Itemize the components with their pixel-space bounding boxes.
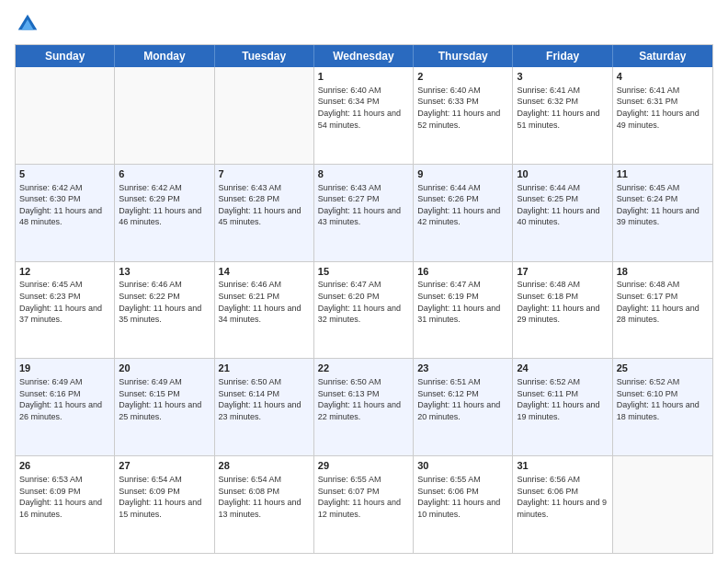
day-number: 1 <box>318 70 409 84</box>
calendar-day-31: 31Sunrise: 6:56 AM Sunset: 6:06 PM Dayli… <box>513 456 612 553</box>
cell-info: Sunrise: 6:50 AM Sunset: 6:13 PM Dayligh… <box>318 376 409 422</box>
calendar-day-21: 21Sunrise: 6:50 AM Sunset: 6:14 PM Dayli… <box>215 359 314 455</box>
calendar-day-8: 8Sunrise: 6:43 AM Sunset: 6:27 PM Daylig… <box>314 165 414 261</box>
cell-info: Sunrise: 6:51 AM Sunset: 6:12 PM Dayligh… <box>417 376 508 422</box>
header-cell-saturday: Saturday <box>613 45 712 67</box>
cell-info: Sunrise: 6:52 AM Sunset: 6:10 PM Dayligh… <box>617 376 709 422</box>
day-number: 11 <box>617 167 709 181</box>
cell-info: Sunrise: 6:48 AM Sunset: 6:17 PM Dayligh… <box>617 279 709 325</box>
day-number: 7 <box>219 167 310 181</box>
calendar-day-15: 15Sunrise: 6:47 AM Sunset: 6:20 PM Dayli… <box>314 262 414 359</box>
calendar-day-19: 19Sunrise: 6:49 AM Sunset: 6:16 PM Dayli… <box>16 359 115 455</box>
cell-info: Sunrise: 6:42 AM Sunset: 6:30 PM Dayligh… <box>19 182 110 228</box>
day-number: 23 <box>417 362 508 375</box>
cell-info: Sunrise: 6:47 AM Sunset: 6:19 PM Dayligh… <box>417 279 508 325</box>
cell-info: Sunrise: 6:55 AM Sunset: 6:07 PM Dayligh… <box>318 474 409 520</box>
cell-info: Sunrise: 6:47 AM Sunset: 6:20 PM Dayligh… <box>318 279 409 325</box>
calendar-day-10: 10Sunrise: 6:44 AM Sunset: 6:25 PM Dayli… <box>513 165 612 261</box>
day-number: 15 <box>318 265 409 279</box>
day-number: 19 <box>19 362 110 375</box>
calendar-week-1: 1Sunrise: 6:40 AM Sunset: 6:34 PM Daylig… <box>16 67 712 165</box>
day-number: 25 <box>617 362 709 375</box>
calendar-day-4: 4Sunrise: 6:41 AM Sunset: 6:31 PM Daylig… <box>613 67 712 164</box>
cell-info: Sunrise: 6:48 AM Sunset: 6:18 PM Dayligh… <box>517 279 608 325</box>
cell-info: Sunrise: 6:55 AM Sunset: 6:06 PM Dayligh… <box>417 474 508 520</box>
calendar-day-29: 29Sunrise: 6:55 AM Sunset: 6:07 PM Dayli… <box>314 456 414 553</box>
calendar-empty-cell <box>115 67 214 164</box>
calendar-day-9: 9Sunrise: 6:44 AM Sunset: 6:26 PM Daylig… <box>414 165 513 261</box>
calendar-day-23: 23Sunrise: 6:51 AM Sunset: 6:12 PM Dayli… <box>414 359 513 455</box>
day-number: 13 <box>119 265 210 279</box>
calendar-day-18: 18Sunrise: 6:48 AM Sunset: 6:17 PM Dayli… <box>613 262 712 359</box>
calendar-week-4: 19Sunrise: 6:49 AM Sunset: 6:16 PM Dayli… <box>16 359 712 456</box>
header-cell-tuesday: Tuesday <box>215 45 314 67</box>
calendar-day-12: 12Sunrise: 6:45 AM Sunset: 6:23 PM Dayli… <box>16 262 115 359</box>
day-number: 22 <box>318 362 409 375</box>
cell-info: Sunrise: 6:56 AM Sunset: 6:06 PM Dayligh… <box>517 474 608 520</box>
calendar-body: 1Sunrise: 6:40 AM Sunset: 6:34 PM Daylig… <box>16 67 712 553</box>
calendar-day-27: 27Sunrise: 6:54 AM Sunset: 6:09 PM Dayli… <box>115 456 214 553</box>
calendar-week-2: 5Sunrise: 6:42 AM Sunset: 6:30 PM Daylig… <box>16 165 712 262</box>
cell-info: Sunrise: 6:40 AM Sunset: 6:34 PM Dayligh… <box>318 85 409 131</box>
calendar-empty-cell <box>613 456 712 553</box>
calendar-day-2: 2Sunrise: 6:40 AM Sunset: 6:33 PM Daylig… <box>414 67 513 164</box>
day-number: 12 <box>19 265 110 279</box>
day-number: 18 <box>617 265 709 279</box>
cell-info: Sunrise: 6:53 AM Sunset: 6:09 PM Dayligh… <box>19 474 110 520</box>
calendar-day-1: 1Sunrise: 6:40 AM Sunset: 6:34 PM Daylig… <box>314 67 414 164</box>
cell-info: Sunrise: 6:43 AM Sunset: 6:27 PM Dayligh… <box>318 182 409 228</box>
cell-info: Sunrise: 6:49 AM Sunset: 6:16 PM Dayligh… <box>19 376 110 422</box>
header-cell-wednesday: Wednesday <box>314 45 414 67</box>
calendar-empty-cell <box>16 67 115 164</box>
cell-info: Sunrise: 6:43 AM Sunset: 6:28 PM Dayligh… <box>219 182 310 228</box>
header-cell-friday: Friday <box>513 45 612 67</box>
day-number: 2 <box>417 70 508 84</box>
calendar-empty-cell <box>215 67 314 164</box>
calendar-day-7: 7Sunrise: 6:43 AM Sunset: 6:28 PM Daylig… <box>215 165 314 261</box>
header <box>15 11 713 37</box>
calendar-day-25: 25Sunrise: 6:52 AM Sunset: 6:10 PM Dayli… <box>613 359 712 455</box>
day-number: 10 <box>517 167 608 181</box>
calendar-day-16: 16Sunrise: 6:47 AM Sunset: 6:19 PM Dayli… <box>414 262 513 359</box>
calendar: SundayMondayTuesdayWednesdayThursdayFrid… <box>15 44 713 554</box>
cell-info: Sunrise: 6:50 AM Sunset: 6:14 PM Dayligh… <box>219 376 310 422</box>
day-number: 28 <box>219 459 310 473</box>
cell-info: Sunrise: 6:40 AM Sunset: 6:33 PM Dayligh… <box>417 85 508 131</box>
cell-info: Sunrise: 6:45 AM Sunset: 6:24 PM Dayligh… <box>617 182 709 228</box>
logo-icon <box>15 11 40 37</box>
header-cell-sunday: Sunday <box>16 45 115 67</box>
cell-info: Sunrise: 6:52 AM Sunset: 6:11 PM Dayligh… <box>517 376 608 422</box>
day-number: 8 <box>318 167 409 181</box>
header-cell-thursday: Thursday <box>414 45 513 67</box>
day-number: 20 <box>119 362 210 375</box>
day-number: 21 <box>219 362 310 375</box>
day-number: 3 <box>517 70 608 84</box>
day-number: 4 <box>617 70 709 84</box>
cell-info: Sunrise: 6:54 AM Sunset: 6:08 PM Dayligh… <box>219 474 310 520</box>
calendar-day-11: 11Sunrise: 6:45 AM Sunset: 6:24 PM Dayli… <box>613 165 712 261</box>
calendar-header-row: SundayMondayTuesdayWednesdayThursdayFrid… <box>16 45 712 67</box>
cell-info: Sunrise: 6:41 AM Sunset: 6:31 PM Dayligh… <box>617 85 709 131</box>
day-number: 29 <box>318 459 409 473</box>
calendar-day-22: 22Sunrise: 6:50 AM Sunset: 6:13 PM Dayli… <box>314 359 414 455</box>
cell-info: Sunrise: 6:41 AM Sunset: 6:32 PM Dayligh… <box>517 85 608 131</box>
calendar-day-13: 13Sunrise: 6:46 AM Sunset: 6:22 PM Dayli… <box>115 262 214 359</box>
logo <box>15 11 44 37</box>
cell-info: Sunrise: 6:46 AM Sunset: 6:21 PM Dayligh… <box>219 279 310 325</box>
calendar-day-3: 3Sunrise: 6:41 AM Sunset: 6:32 PM Daylig… <box>513 67 612 164</box>
day-number: 9 <box>417 167 508 181</box>
day-number: 27 <box>119 459 210 473</box>
calendar-day-24: 24Sunrise: 6:52 AM Sunset: 6:11 PM Dayli… <box>513 359 612 455</box>
calendar-day-26: 26Sunrise: 6:53 AM Sunset: 6:09 PM Dayli… <box>16 456 115 553</box>
calendar-week-5: 26Sunrise: 6:53 AM Sunset: 6:09 PM Dayli… <box>16 456 712 553</box>
cell-info: Sunrise: 6:49 AM Sunset: 6:15 PM Dayligh… <box>119 376 210 422</box>
calendar-day-17: 17Sunrise: 6:48 AM Sunset: 6:18 PM Dayli… <box>513 262 612 359</box>
day-number: 31 <box>517 459 608 473</box>
calendar-day-20: 20Sunrise: 6:49 AM Sunset: 6:15 PM Dayli… <box>115 359 214 455</box>
day-number: 6 <box>119 167 210 181</box>
calendar-day-28: 28Sunrise: 6:54 AM Sunset: 6:08 PM Dayli… <box>215 456 314 553</box>
calendar-day-30: 30Sunrise: 6:55 AM Sunset: 6:06 PM Dayli… <box>414 456 513 553</box>
day-number: 26 <box>19 459 110 473</box>
cell-info: Sunrise: 6:46 AM Sunset: 6:22 PM Dayligh… <box>119 279 210 325</box>
cell-info: Sunrise: 6:45 AM Sunset: 6:23 PM Dayligh… <box>19 279 110 325</box>
